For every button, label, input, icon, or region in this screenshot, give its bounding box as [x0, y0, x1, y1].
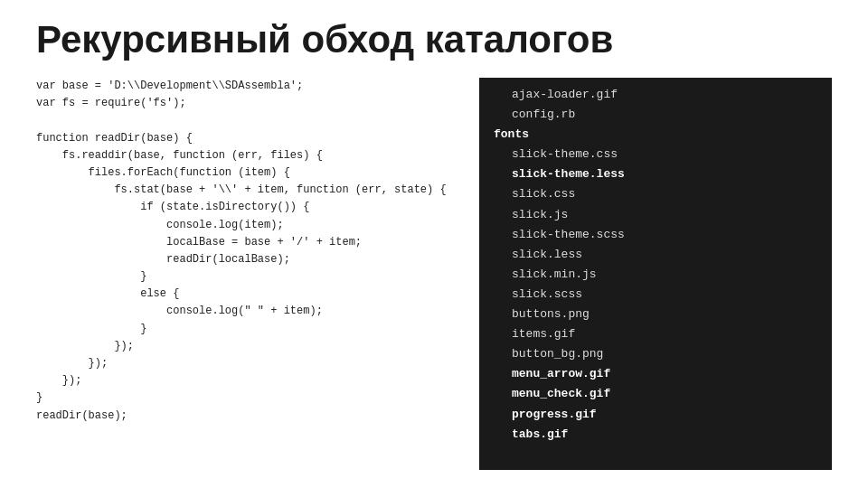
file-item: slick.less	[494, 245, 817, 265]
code-block: var base = 'D:\\Development\\SDAssembla'…	[36, 78, 479, 425]
file-item: slick-theme.scss	[494, 225, 817, 245]
folder-label: fonts	[494, 127, 529, 141]
file-item: slick.css	[494, 184, 817, 204]
page-title: Рекурсивный обход каталогов	[36, 18, 832, 61]
file-item: config.rb	[494, 105, 817, 125]
file-item: progress.gif	[494, 405, 817, 425]
content-area: var base = 'D:\\Development\\SDAssembla'…	[36, 78, 832, 470]
code-panel: var base = 'D:\\Development\\SDAssembla'…	[36, 78, 479, 470]
file-item: buttons.png	[494, 305, 817, 324]
file-item: slick-theme.less	[494, 164, 817, 184]
file-item: menu_arrow.gif	[494, 364, 817, 384]
file-item: button_bg.png	[494, 344, 817, 364]
file-item: slick.js	[494, 205, 817, 225]
file-item: slick-theme.css	[494, 145, 817, 164]
page: Рекурсивный обход каталогов var base = '…	[0, 0, 868, 488]
file-item: menu_check.gif	[494, 384, 817, 404]
file-panel: ajax-loader.gif config.rb fonts slick-th…	[479, 78, 832, 470]
file-item: tabs.gif	[494, 425, 817, 445]
file-item: items.gif	[494, 324, 817, 344]
file-item: slick.min.js	[494, 265, 817, 285]
file-item: ajax-loader.gif	[494, 85, 817, 105]
file-item: slick.scss	[494, 285, 817, 305]
